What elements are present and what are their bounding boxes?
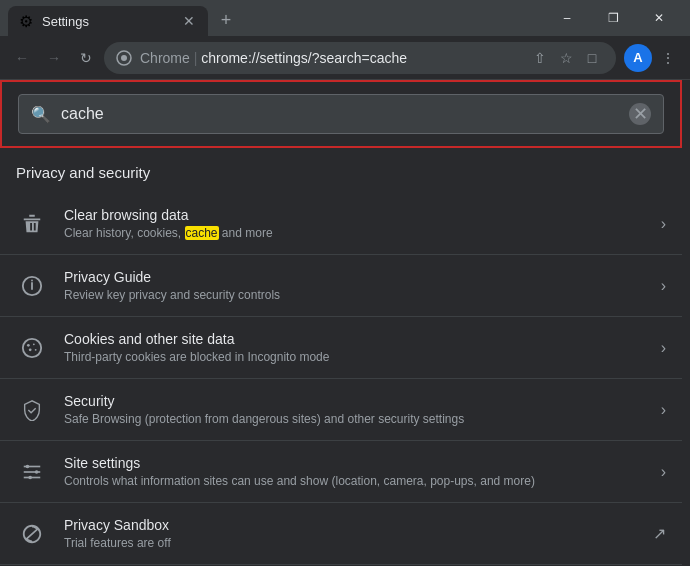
desc-after: and more bbox=[219, 226, 273, 240]
clear-browsing-content: Clear browsing data Clear history, cooki… bbox=[64, 207, 645, 240]
cookies-content: Cookies and other site data Third-party … bbox=[64, 331, 645, 364]
desc-before: Clear history, cookies, bbox=[64, 226, 185, 240]
chevron-right-icon: › bbox=[661, 215, 666, 233]
chevron-right-icon-5: › bbox=[661, 463, 666, 481]
privacy-guide-title: Privacy Guide bbox=[64, 269, 645, 285]
forward-icon: → bbox=[47, 50, 61, 66]
privacy-guide-icon bbox=[16, 270, 48, 302]
search-container: 🔍 ✕ bbox=[0, 80, 682, 148]
bookmark-button[interactable]: ☆ bbox=[554, 46, 578, 70]
tab-close-button[interactable]: ✕ bbox=[180, 12, 198, 30]
menu-icon: ⋮ bbox=[661, 50, 675, 66]
restore-button[interactable]: ❒ bbox=[590, 3, 636, 33]
forward-button[interactable]: → bbox=[40, 44, 68, 72]
security-item[interactable]: Security Safe Browsing (protection from … bbox=[0, 379, 682, 441]
split-icon: □ bbox=[588, 50, 596, 66]
chrome-label: Chrome bbox=[140, 50, 190, 66]
address-icons: ⇧ ☆ □ bbox=[528, 46, 604, 70]
privacy-guide-item[interactable]: Privacy Guide Review key privacy and sec… bbox=[0, 255, 682, 317]
trash-icon bbox=[16, 208, 48, 240]
search-box[interactable]: 🔍 ✕ bbox=[18, 94, 664, 134]
profile-button[interactable]: A bbox=[624, 44, 652, 72]
privacy-sandbox-icon bbox=[16, 518, 48, 550]
svg-point-4 bbox=[31, 279, 33, 281]
address-text: Chrome | chrome://settings/?search=cache bbox=[140, 50, 520, 66]
window-controls: – ❒ ✕ bbox=[536, 0, 690, 36]
site-settings-desc: Controls what information sites can use … bbox=[64, 474, 645, 488]
refresh-button[interactable]: ↻ bbox=[72, 44, 100, 72]
minimize-icon: – bbox=[564, 11, 571, 25]
privacy-guide-desc: Review key privacy and security controls bbox=[64, 288, 645, 302]
address-box[interactable]: Chrome | chrome://settings/?search=cache… bbox=[104, 42, 616, 74]
back-icon: ← bbox=[15, 50, 29, 66]
share-button[interactable]: ⇧ bbox=[528, 46, 552, 70]
svg-point-8 bbox=[29, 348, 32, 351]
chevron-right-icon-3: › bbox=[661, 339, 666, 357]
svg-point-14 bbox=[35, 470, 39, 474]
cookies-item[interactable]: Cookies and other site data Third-party … bbox=[0, 317, 682, 379]
tab-favicon: ⚙ bbox=[18, 13, 34, 29]
cookies-title: Cookies and other site data bbox=[64, 331, 645, 347]
chrome-favicon bbox=[116, 50, 132, 66]
restore-icon: ❒ bbox=[608, 11, 619, 25]
privacy-sandbox-desc: Trial features are off bbox=[64, 536, 637, 550]
privacy-guide-content: Privacy Guide Review key privacy and sec… bbox=[64, 269, 645, 302]
tab-title: Settings bbox=[42, 14, 172, 29]
privacy-sandbox-item[interactable]: Privacy Sandbox Trial features are off ↗ bbox=[0, 503, 682, 565]
split-button[interactable]: □ bbox=[580, 46, 604, 70]
search-clear-button[interactable]: ✕ bbox=[629, 103, 651, 125]
cookies-desc: Third-party cookies are blocked in Incog… bbox=[64, 350, 645, 364]
active-tab[interactable]: ⚙ Settings ✕ bbox=[8, 6, 208, 36]
share-icon: ⇧ bbox=[534, 50, 546, 66]
cookies-icon bbox=[16, 332, 48, 364]
close-icon: ✕ bbox=[654, 11, 664, 25]
security-desc: Safe Browsing (protection from dangerous… bbox=[64, 412, 645, 426]
toolbar-icons: A ⋮ bbox=[620, 44, 682, 72]
scrollbar[interactable] bbox=[682, 80, 690, 566]
external-link-icon: ↗ bbox=[653, 524, 666, 543]
title-bar: ⚙ Settings ✕ + – ❒ ✕ bbox=[0, 0, 690, 36]
new-tab-button[interactable]: + bbox=[212, 6, 240, 34]
content-scroll[interactable]: 🔍 ✕ Privacy and security bbox=[0, 80, 682, 566]
url-text: chrome://settings/?search=cache bbox=[201, 50, 407, 66]
svg-point-1 bbox=[121, 55, 127, 61]
svg-point-13 bbox=[26, 464, 30, 468]
main-content: 🔍 ✕ Privacy and security bbox=[0, 80, 690, 566]
site-settings-content: Site settings Controls what information … bbox=[64, 455, 645, 488]
site-settings-title: Site settings bbox=[64, 455, 645, 471]
clear-browsing-item[interactable]: Clear browsing data Clear history, cooki… bbox=[0, 193, 682, 255]
clear-browsing-desc: Clear history, cookies, cache and more bbox=[64, 226, 645, 240]
security-content: Security Safe Browsing (protection from … bbox=[64, 393, 645, 426]
bookmark-icon: ☆ bbox=[560, 50, 573, 66]
svg-point-9 bbox=[35, 348, 37, 350]
chevron-right-icon-2: › bbox=[661, 277, 666, 295]
svg-point-15 bbox=[28, 475, 32, 479]
chevron-right-icon-4: › bbox=[661, 401, 666, 419]
security-icon bbox=[16, 394, 48, 426]
section-title: Privacy and security bbox=[0, 164, 682, 193]
search-input[interactable] bbox=[61, 105, 619, 123]
close-button[interactable]: ✕ bbox=[636, 3, 682, 33]
cache-highlight: cache bbox=[185, 226, 219, 240]
search-icon: 🔍 bbox=[31, 105, 51, 124]
site-settings-icon bbox=[16, 456, 48, 488]
settings-content: Privacy and security Clear browsing data… bbox=[0, 148, 682, 566]
menu-button[interactable]: ⋮ bbox=[654, 44, 682, 72]
svg-point-7 bbox=[33, 343, 35, 345]
security-title: Security bbox=[64, 393, 645, 409]
svg-point-6 bbox=[27, 343, 30, 346]
svg-point-5 bbox=[23, 338, 41, 356]
address-bar: ← → ↻ Chrome | chrome://settings/?search… bbox=[0, 36, 690, 80]
site-settings-item[interactable]: Site settings Controls what information … bbox=[0, 441, 682, 503]
clear-icon: ✕ bbox=[633, 103, 648, 125]
clear-browsing-title: Clear browsing data bbox=[64, 207, 645, 223]
tab-strip: ⚙ Settings ✕ + bbox=[0, 0, 536, 36]
privacy-sandbox-title: Privacy Sandbox bbox=[64, 517, 637, 533]
settings-list: Clear browsing data Clear history, cooki… bbox=[0, 193, 682, 565]
minimize-button[interactable]: – bbox=[544, 3, 590, 33]
privacy-sandbox-content: Privacy Sandbox Trial features are off bbox=[64, 517, 637, 550]
refresh-icon: ↻ bbox=[80, 50, 92, 66]
back-button[interactable]: ← bbox=[8, 44, 36, 72]
